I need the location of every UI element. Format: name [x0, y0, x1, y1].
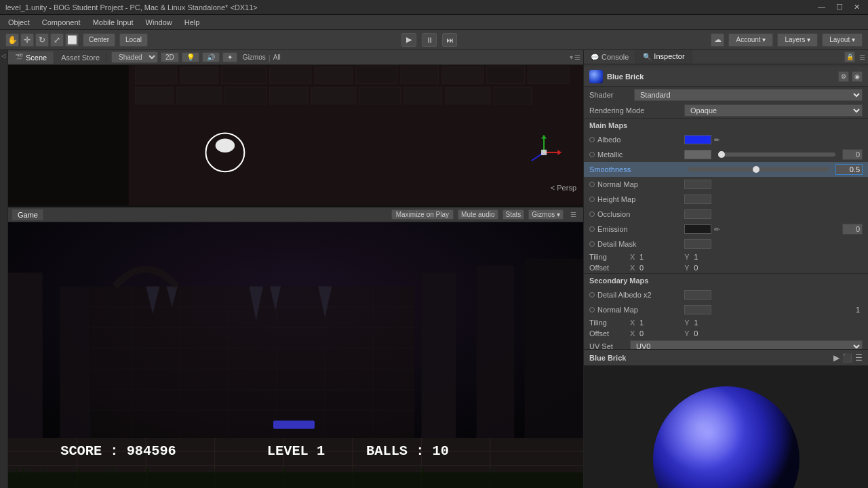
rotate-tool[interactable]: ↻ [35, 33, 49, 47]
menu-help[interactable]: Help [179, 17, 205, 28]
persp-button[interactable]: < Persp [551, 184, 576, 192]
game-panel-icon[interactable]: ☰ [570, 211, 576, 218]
height-map-dot[interactable] [589, 197, 595, 202]
view-mode-select[interactable]: Shaded [111, 52, 158, 63]
shader-label: Shader [589, 91, 630, 99]
hand-tool[interactable]: ✋ [5, 33, 19, 47]
scene-lights-btn[interactable]: 💡 [182, 52, 199, 62]
menu-component[interactable]: Component [37, 17, 86, 28]
occlusion-thumb[interactable] [684, 209, 711, 219]
inspector-tab[interactable]: 🔍 Inspector [636, 50, 692, 64]
svg-text:SCORE : 984596: SCORE : 984596 [60, 443, 176, 459]
detail-albedo-row: Detail Albedo x2 [584, 287, 868, 302]
pause-button[interactable]: ⏸ [422, 33, 437, 47]
sidebar-toggle[interactable]: ◁ [1, 53, 7, 58]
detail-albedo-dot[interactable] [589, 292, 595, 298]
metallic-row: Metallic 0 [584, 147, 868, 162]
layout-button[interactable]: Layout ▾ [822, 33, 863, 47]
secondary-normal-dot[interactable] [589, 307, 595, 312]
main-layout: ◁ 🎬 Scene Asset Store Shaded 2D 💡 🔊 ✦ [0, 50, 868, 488]
scale-tool[interactable]: ⤢ [50, 33, 64, 47]
emission-pencil-icon[interactable]: ✏ [714, 226, 719, 233]
preview-menu-btn[interactable]: ☰ [855, 353, 863, 363]
titlebar-controls[interactable]: — ☐ ✕ [815, 3, 863, 12]
scene-fx-btn[interactable]: ✦ [222, 52, 237, 62]
svg-rect-1 [129, 65, 583, 205]
2d-button[interactable]: 2D [161, 52, 179, 62]
preview-area: Blue Brick ▶ ⬛ ☰ [584, 349, 868, 488]
albedo-color-swatch[interactable] [684, 135, 711, 144]
all-button[interactable]: All [273, 54, 281, 61]
menu-mobile-input[interactable]: Mobile Input [87, 17, 139, 28]
metallic-label: Metallic [589, 150, 684, 159]
secondary-offset-y-item: Y 0 [684, 329, 698, 338]
normal-map-thumb[interactable] [684, 180, 711, 189]
move-tool[interactable]: ✛ [20, 33, 34, 47]
step-button[interactable]: ⏭ [442, 33, 457, 47]
scene-tab[interactable]: 🎬 Scene [8, 52, 54, 64]
center-button[interactable]: Center [83, 33, 115, 47]
smoothness-input[interactable] [835, 164, 863, 175]
svg-rect-20 [494, 87, 532, 104]
scene-viewport[interactable]: ✛ 🔈 < Persp [8, 65, 583, 207]
rect-tool[interactable]: ⬜ [65, 33, 79, 47]
secondary-tiling-y: 1 [694, 319, 698, 327]
detail-mask-dot[interactable] [589, 241, 595, 247]
height-map-thumb[interactable] [684, 195, 711, 204]
rendering-mode-select[interactable]: Opaque [684, 104, 863, 117]
maximize-play-button[interactable]: Maximize on Play [391, 209, 454, 220]
preview-stop-btn[interactable]: ⬛ [842, 353, 852, 363]
insp-menu-icon[interactable]: ☰ [859, 54, 865, 61]
shader-select[interactable]: Standard [634, 89, 863, 101]
metallic-slider[interactable] [718, 152, 835, 157]
game-viewport[interactable]: SCORE : 984596 LEVEL 1 BALLS : 10 [8, 222, 583, 488]
cloud-icon[interactable]: ☁ [711, 33, 724, 47]
albedo-dot[interactable] [589, 137, 595, 142]
metallic-map[interactable] [684, 150, 711, 159]
smoothness-slider[interactable] [688, 167, 829, 171]
uv-set-select[interactable]: UV0 [630, 340, 863, 349]
gizmos-button[interactable]: Gizmos [243, 54, 266, 61]
emission-color-swatch[interactable] [684, 224, 711, 234]
local-button[interactable]: Local [119, 33, 148, 47]
stats-button[interactable]: Stats [502, 209, 525, 220]
minimize-button[interactable]: — [815, 3, 828, 12]
secondary-tiling-label: Tiling [589, 319, 630, 327]
material-icon [589, 70, 603, 83]
emission-dot[interactable] [589, 226, 595, 232]
smoothness-slider-thumb[interactable] [753, 166, 760, 173]
game-tab[interactable]: Game [12, 209, 44, 220]
material-header-actions: ⚙ ◉ [838, 71, 863, 82]
settings-icon[interactable]: ⚙ [838, 71, 849, 82]
normal-map-dot[interactable] [589, 182, 595, 187]
maximize-button[interactable]: ☐ [833, 3, 846, 12]
close-button[interactable]: ✕ [851, 3, 863, 12]
tiling-y: 1 [694, 253, 698, 261]
occlusion-label: Occlusion [589, 210, 684, 218]
play-button[interactable]: ▶ [401, 33, 416, 47]
panel-collapse-icon[interactable]: ▾ [570, 54, 573, 61]
mute-audio-button[interactable]: Mute audio [458, 209, 498, 220]
occlusion-dot[interactable] [589, 211, 595, 217]
menu-window[interactable]: Window [140, 17, 178, 28]
secondary-normal-thumb[interactable] [684, 305, 711, 314]
detail-albedo-thumb[interactable] [684, 290, 711, 300]
scene-audio-btn[interactable]: 🔊 [202, 52, 220, 62]
menu-object[interactable]: Object [3, 17, 35, 28]
inspector-icons: 🔒 [844, 52, 855, 62]
lock-icon[interactable]: 🔒 [844, 52, 855, 62]
preview-play-btn[interactable]: ▶ [833, 353, 840, 363]
albedo-pencil-icon[interactable]: ✏ [714, 136, 719, 144]
asset-store-tab[interactable]: Asset Store [54, 52, 107, 64]
select-icon[interactable]: ◉ [852, 71, 863, 82]
metallic-dot[interactable] [589, 152, 595, 157]
metallic-slider-thumb[interactable] [718, 151, 725, 158]
account-button[interactable]: Account ▾ [728, 33, 773, 47]
layers-button[interactable]: Layers ▾ [777, 33, 818, 47]
smoothness-value [684, 164, 863, 175]
console-tab[interactable]: 💬 Console [584, 51, 636, 63]
detail-mask-thumb[interactable] [684, 239, 711, 249]
preview-sphere [645, 378, 808, 489]
panel-menu-icon[interactable]: ☰ [574, 54, 580, 61]
game-gizmos-button[interactable]: Gizmos ▾ [528, 209, 564, 220]
